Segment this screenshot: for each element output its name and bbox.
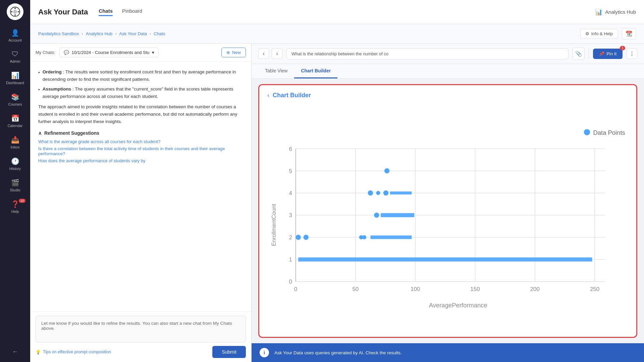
breadcrumb-bar: Pandalytics Sandbox › Analytics Hub › As… xyxy=(30,24,644,44)
svg-point-37 xyxy=(362,235,366,239)
x-axis-label: AveragePerformance xyxy=(429,302,487,309)
svg-point-2 xyxy=(14,8,16,9)
tab-pinboard[interactable]: Pinboard xyxy=(122,8,142,16)
svg-text:50: 50 xyxy=(352,286,359,292)
chart-header: ‹ Chart Builder xyxy=(267,92,628,99)
query-display: What is the relationship between the num… xyxy=(286,48,569,59)
main-area: Ask Your Data Chats Pinboard 📊 Analytics… xyxy=(30,0,644,362)
help-icon: ❓ xyxy=(11,200,19,208)
content-area: My Chats: 💬 10/1/2024 - Course Enrollmen… xyxy=(30,44,644,362)
svg-point-5 xyxy=(18,11,19,12)
sidebar-item-inbox[interactable]: 📥 Inbox xyxy=(2,133,28,152)
chart-legend-label: Data Points xyxy=(593,129,625,136)
next-arrow-button[interactable]: › xyxy=(272,48,282,59)
breadcrumb-pandalytics[interactable]: Pandalytics Sandbox xyxy=(38,31,79,36)
y-axis-label: EnrollmentCount xyxy=(271,204,277,246)
sidebar-item-help[interactable]: 10 ❓ Help xyxy=(2,197,28,216)
right-panel: ‹ › What is the relationship between the… xyxy=(252,44,644,362)
breadcrumb-chats[interactable]: Chats xyxy=(154,31,165,36)
info-icon: i xyxy=(260,348,269,357)
chat-messages: • Ordering : The results were sorted by … xyxy=(30,62,251,311)
svg-text:100: 100 xyxy=(411,286,420,292)
refinement-header[interactable]: ∧ Refinement Suggestions xyxy=(38,130,243,136)
chat-ordering: • Ordering : The results were sorted by … xyxy=(38,68,243,100)
refinement-suggestion-1[interactable]: Is there a correlation between the total… xyxy=(38,146,243,156)
app-logo xyxy=(7,3,23,20)
sidebar-back: ← xyxy=(9,345,21,359)
my-chats-label: My Chats: xyxy=(36,50,55,55)
chat-footer: 💡 Tips on effective prompt composition S… xyxy=(36,346,246,358)
tab-chats[interactable]: Chats xyxy=(99,8,113,16)
chat-panel: My Chats: 💬 10/1/2024 - Course Enrollmen… xyxy=(30,44,252,362)
tips-link[interactable]: 💡 Tips on effective prompt composition xyxy=(36,350,111,355)
chat-input[interactable]: Let me know if you would like to refine … xyxy=(36,316,246,343)
pin-it-button[interactable]: 📌 Pin It 1 xyxy=(593,49,623,59)
courses-icon: 📚 xyxy=(11,93,19,101)
more-options-button[interactable]: ⋮ xyxy=(627,48,637,59)
info-help-button[interactable]: ⚙ Info & Help xyxy=(580,29,618,39)
info-help-icon: ⚙ xyxy=(585,31,589,36)
studio-icon: 🎬 xyxy=(11,179,19,187)
app-title: Ask Your Data xyxy=(38,8,88,16)
refinement-suggestion-0[interactable]: What is the average grade across all cou… xyxy=(38,139,243,144)
query-bar: ‹ › What is the relationship between the… xyxy=(252,44,644,64)
admin-icon: 🛡 xyxy=(12,50,18,58)
sidebar: 👤 Account 🛡 Admin 📊 Dashboard 📚 Courses … xyxy=(0,0,30,362)
svg-point-43 xyxy=(383,190,388,195)
breadcrumb-ask-your-data[interactable]: Ask Your Data xyxy=(119,31,147,36)
svg-text:150: 150 xyxy=(470,286,480,292)
chevron-down-icon: ▾ xyxy=(152,50,154,55)
analytics-hub-button[interactable]: 📊 Analytics Hub xyxy=(595,8,636,16)
new-chat-icon: ⊕ xyxy=(226,50,230,55)
chevron-up-icon: ∧ xyxy=(38,130,42,136)
tab-table-view[interactable]: Table View xyxy=(258,64,294,78)
chat-input-area: Let me know if you would like to refine … xyxy=(30,311,251,362)
nav-arrows: ‹ › xyxy=(258,48,282,59)
sidebar-item-history[interactable]: 🕐 History xyxy=(2,155,28,173)
refinement-section: ∧ Refinement Suggestions What is the ave… xyxy=(38,130,243,163)
svg-point-41 xyxy=(368,190,373,195)
svg-point-6 xyxy=(584,129,590,135)
svg-text:5: 5 xyxy=(289,168,292,174)
tab-chart-builder[interactable]: Chart Builder xyxy=(294,64,337,78)
sidebar-item-courses[interactable]: 📚 Courses xyxy=(2,90,28,109)
refinement-suggestion-2[interactable]: How does the average performance of stud… xyxy=(38,158,243,163)
inbox-icon: 📥 xyxy=(11,136,19,144)
chat-dropdown[interactable]: 💬 10/1/2024 - Course Enrollments and Stu… xyxy=(59,48,159,57)
breadcrumb: Pandalytics Sandbox › Analytics Hub › As… xyxy=(38,31,165,36)
sidebar-item-admin[interactable]: 🛡 Admin xyxy=(2,48,28,66)
chat-icon: 💬 xyxy=(64,50,69,55)
back-arrow-icon[interactable]: ← xyxy=(9,345,21,359)
chart-back-button[interactable]: ‹ xyxy=(267,92,269,99)
svg-point-34 xyxy=(296,235,301,240)
topbar-right: 📊 Analytics Hub xyxy=(595,8,636,16)
chart-box: ‹ Chart Builder Data Points EnrollmentCo… xyxy=(258,84,637,338)
sidebar-item-calendar[interactable]: 📅 Calendar xyxy=(2,112,28,130)
chat-body-text: The approach aimed to provide insights r… xyxy=(38,103,243,125)
submit-button[interactable]: Submit xyxy=(212,346,246,358)
sidebar-item-account[interactable]: 👤 Account xyxy=(2,26,28,45)
svg-text:4: 4 xyxy=(289,190,292,196)
calendar-action-button[interactable]: 📆 xyxy=(622,28,636,39)
topbar-nav: Chats Pinboard xyxy=(99,8,142,16)
sidebar-item-studio[interactable]: 🎬 Studio xyxy=(2,176,28,195)
svg-point-1 xyxy=(13,10,17,14)
topbar: Ask Your Data Chats Pinboard 📊 Analytics… xyxy=(30,0,644,24)
history-icon: 🕐 xyxy=(11,157,19,165)
svg-text:1: 1 xyxy=(289,256,292,263)
prev-arrow-button[interactable]: ‹ xyxy=(258,48,269,59)
clip-button[interactable]: 📎 xyxy=(573,48,585,60)
sidebar-item-dashboard[interactable]: 📊 Dashboard xyxy=(2,69,28,87)
svg-point-45 xyxy=(384,168,389,173)
chart-container: ‹ Chart Builder Data Points EnrollmentCo… xyxy=(252,79,644,343)
calendar-action-icon: 📆 xyxy=(626,31,632,37)
bottom-info-bar: i Ask Your Data uses queries generated b… xyxy=(252,343,644,362)
bottom-info-text: Ask Your Data uses queries generated by … xyxy=(274,350,402,355)
svg-text:6: 6 xyxy=(289,146,292,152)
pin-icon: 📌 xyxy=(599,51,604,56)
new-chat-button[interactable]: ⊕ New xyxy=(221,48,246,57)
breadcrumb-analytics-hub[interactable]: Analytics Hub xyxy=(86,31,112,36)
chart-area: Data Points EnrollmentCount AveragePerfo… xyxy=(267,104,628,330)
svg-point-4 xyxy=(11,11,12,12)
account-icon: 👤 xyxy=(11,29,19,37)
